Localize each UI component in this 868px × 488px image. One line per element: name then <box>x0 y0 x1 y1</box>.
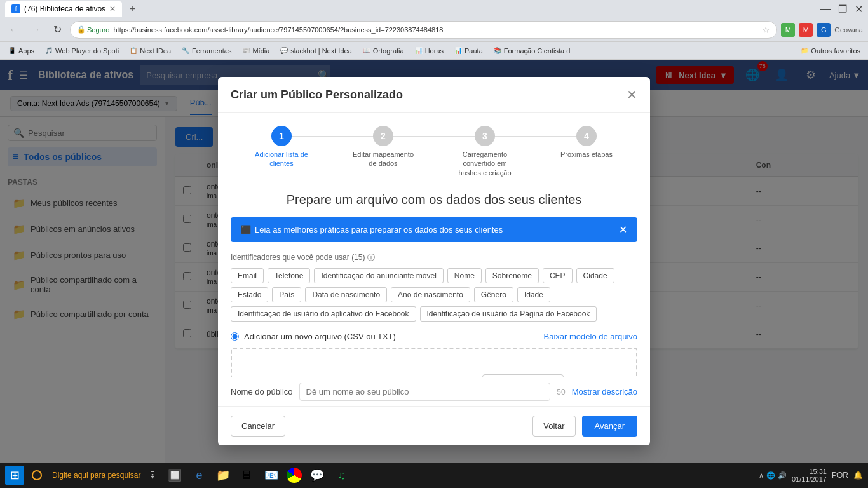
profile-name: Geovana <box>834 26 863 34</box>
download-model-link[interactable]: Baixar modelo de arquivo <box>544 332 637 341</box>
taskbar-right: ∧ 🌐 🔊 15:31 01/11/2017 POR 🔔 <box>759 468 863 483</box>
bookmark-spotify[interactable]: 🎵 Web Player do Spoti <box>42 45 121 57</box>
bookmark-ortografia-label: Ortografia <box>373 47 404 55</box>
bookmarks-bar: 📱 Apps 🎵 Web Player do Spoti 📋 Next IDea… <box>0 42 868 60</box>
section-heading: Prepare um arquivo com os dados dos seus… <box>231 193 637 207</box>
bookmark-slackbot[interactable]: 💬 slackbot | Next Idea <box>277 45 354 57</box>
taskbar-calc-icon[interactable]: 🖩 <box>238 466 256 484</box>
start-btn[interactable]: ⊞ <box>5 466 24 485</box>
info-icon: ⬛ <box>241 225 251 234</box>
bookmark-ortografia[interactable]: 📖 Ortografia <box>360 45 407 57</box>
reload-btn[interactable]: ↻ <box>48 21 66 39</box>
bookmark-apps-label: Apps <box>18 47 34 55</box>
tab-favicon: f <box>11 4 20 13</box>
bookmark-star-btn[interactable]: ☆ <box>762 25 770 35</box>
stepper: 1 Adicionar lista de clientes 2 Editar m… <box>231 126 637 177</box>
taskbar-time: 15:31 01/11/2017 <box>792 468 827 483</box>
taskbar-mic-btn[interactable]: 🎙 <box>144 466 162 484</box>
extension-rainbow[interactable]: M <box>781 23 795 37</box>
tab-title: (76) Biblioteca de ativos <box>24 4 105 13</box>
show-desc-link[interactable]: Mostrar descrição <box>572 387 637 396</box>
step-3-label: Carregamento convertido em hashes e cria… <box>453 150 517 177</box>
bookmark-ferramentas[interactable]: 🔧 Ferramentas <box>179 45 234 57</box>
dialog-footer: Cancelar Voltar Avançar <box>218 406 650 445</box>
bookmark-outros[interactable]: 📁 Outros favoritos <box>797 45 863 57</box>
taskbar-sys-tray: ∧ 🌐 🔊 <box>759 471 787 480</box>
drop-zone[interactable]: Arraste e solte seu arquivo aqui ou cliq… <box>231 348 637 377</box>
taskbar-network-icon[interactable]: 🌐 <box>766 471 775 480</box>
advance-btn[interactable]: Avançar <box>582 416 637 437</box>
bookmark-nextidea-icon: 📋 <box>129 46 138 55</box>
bookmark-horas-icon: 📊 <box>414 46 423 55</box>
bookmark-formacao[interactable]: 📚 Formação Cientista d <box>491 45 573 57</box>
dialog-overlay: Criar um Público Personalizado ✕ 1 Adici… <box>0 60 868 463</box>
window-controls: — ❐ ✕ <box>820 3 863 15</box>
taskbar-search-btn[interactable] <box>28 466 46 484</box>
bookmark-spotify-icon: 🎵 <box>44 46 53 55</box>
tag-idade: Idade <box>517 287 550 302</box>
back-btn[interactable]: ← <box>5 21 23 39</box>
identifier-tags: Email Telefone Identificação do anuncian… <box>231 268 637 322</box>
taskbar-cortana-icon[interactable]: 🔲 <box>166 466 184 484</box>
dialog-title: Criar um Público Personalizado <box>231 88 403 102</box>
tag-pais: País <box>272 287 301 302</box>
taskbar-explorer-icon[interactable]: 📁 <box>214 466 232 484</box>
bookmark-pauta[interactable]: 📊 Pauta <box>451 45 485 57</box>
step-1-circle: 1 <box>271 126 292 146</box>
tab-close-btn[interactable]: ✕ <box>109 4 116 13</box>
close-btn[interactable]: ✕ <box>855 3 863 15</box>
info-banner-close-btn[interactable]: ✕ <box>619 224 627 236</box>
step-2-label: Editar mapeamento de dados <box>351 150 415 168</box>
step-4-label: Próximas etapas <box>560 150 613 159</box>
step-3-circle: 3 <box>475 126 495 146</box>
new-tab-btn[interactable]: + <box>125 1 140 17</box>
taskbar-chrome-icon[interactable] <box>287 468 302 483</box>
tag-telefone: Telefone <box>268 268 310 283</box>
taskbar-arrow-icon[interactable]: ∧ <box>759 471 764 480</box>
bookmark-horas[interactable]: 📊 Horas <box>412 45 446 57</box>
tag-email: Email <box>231 268 264 283</box>
dialog-close-btn[interactable]: ✕ <box>627 87 637 102</box>
extension-m[interactable]: M <box>799 23 813 37</box>
step-1: 1 Adicionar lista de clientes <box>231 126 332 168</box>
tag-data-nasc: Data de nascimento <box>305 287 387 302</box>
cancel-btn[interactable]: Cancelar <box>231 416 285 437</box>
extension-g[interactable]: G <box>817 23 831 37</box>
info-banner: ⬛ Leia as melhores práticas para prepara… <box>231 217 637 242</box>
identifier-section: Identificadores que você pode usar (15) … <box>231 252 637 322</box>
radio-row: Adicionar um novo arquivo (CSV ou TXT) B… <box>231 332 637 341</box>
taskbar-pinned-apps: 🔲 e 📁 🖩 📧 💬 ♫ <box>166 466 350 484</box>
dialog-criar-publico: Criar um Público Personalizado ✕ 1 Adici… <box>218 77 650 445</box>
bookmark-outros-label: Outros favoritos <box>811 47 860 55</box>
address-bar[interactable]: 🔒 Seguro https://business.facebook.com/a… <box>70 21 777 39</box>
step-4-circle: 4 <box>576 126 597 146</box>
restore-btn[interactable]: ❐ <box>838 3 847 15</box>
bookmark-midia[interactable]: 📰 Mídia <box>239 45 272 57</box>
step-2: 2 Editar mapeamento de dados <box>332 126 434 168</box>
url-display: https://business.facebook.com/asset-libr… <box>113 26 758 34</box>
taskbar-search-text[interactable]: Digite aqui para pesquisar <box>52 471 140 480</box>
taskbar-edge-icon[interactable]: e <box>190 466 208 484</box>
bookmark-outros-icon: 📁 <box>800 46 809 55</box>
radio-new-file[interactable] <box>231 332 239 341</box>
taskbar-date: 01/11/2017 <box>792 475 827 483</box>
browser-tab[interactable]: f (76) Biblioteca de ativos ✕ <box>5 1 122 17</box>
bookmark-pauta-icon: 📊 <box>454 46 463 55</box>
bookmark-nextidea[interactable]: 📋 Next IDea <box>126 45 173 57</box>
bookmark-apps[interactable]: 📱 Apps <box>5 45 37 57</box>
taskbar-spotify-icon[interactable]: ♫ <box>332 466 350 484</box>
taskbar-notification-btn[interactable]: 🔔 <box>853 471 863 480</box>
back-btn[interactable]: Voltar <box>532 416 575 437</box>
secure-badge: 🔒 Seguro <box>77 25 109 34</box>
bookmark-slackbot-label: slackbot | Next Idea <box>290 47 351 55</box>
bookmark-apps-icon: 📱 <box>8 46 17 55</box>
step-2-circle: 2 <box>373 126 393 146</box>
taskbar-skype-icon[interactable]: 💬 <box>308 466 326 484</box>
name-input[interactable] <box>299 383 551 401</box>
taskbar-mail-icon[interactable]: 📧 <box>262 466 280 484</box>
taskbar-sound-icon[interactable]: 🔊 <box>778 471 787 480</box>
taskbar-clock: 15:31 <box>792 468 827 475</box>
taskbar: ⊞ Digite aqui para pesquisar 🎙 🔲 e 📁 🖩 📧… <box>0 463 868 488</box>
forward-btn[interactable]: → <box>27 21 44 39</box>
minimize-btn[interactable]: — <box>820 3 831 15</box>
